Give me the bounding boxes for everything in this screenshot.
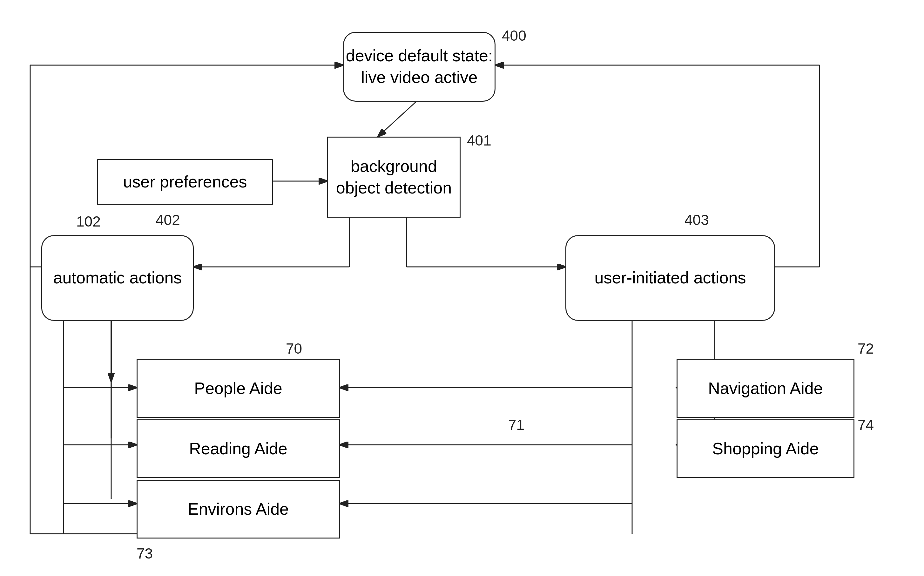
automatic-actions-node: automatic actions <box>41 235 194 321</box>
label-400: 400 <box>502 27 526 44</box>
shopping-aide-node: Shopping Aide <box>676 419 854 478</box>
user-initiated-label: user-initiated actions <box>595 267 746 289</box>
user-preferences-node: user preferences <box>97 159 273 205</box>
shopping-aide-label: Shopping Aide <box>712 438 818 460</box>
label-403: 403 <box>684 211 709 229</box>
user-initiated-node: user-initiated actions <box>565 235 775 321</box>
environs-aide-node: Environs Aide <box>137 480 340 539</box>
label-70: 70 <box>286 340 302 357</box>
automatic-actions-label: automatic actions <box>53 267 182 289</box>
label-401: 401 <box>467 132 491 149</box>
reading-aide-node: Reading Aide <box>137 419 340 478</box>
environs-aide-label: Environs Aide <box>188 499 289 520</box>
label-102: 102 <box>76 213 101 230</box>
device-default-node: device default state: live video active <box>343 32 496 102</box>
people-aide-node: People Aide <box>137 359 340 418</box>
navigation-aide-node: Navigation Aide <box>676 359 854 418</box>
label-73: 73 <box>137 545 153 562</box>
background-detection-label: background object detection <box>336 156 452 198</box>
svg-line-2 <box>378 102 416 137</box>
navigation-aide-label: Navigation Aide <box>708 378 823 399</box>
label-72: 72 <box>858 340 874 357</box>
label-402: 402 <box>156 211 180 229</box>
device-default-label: device default state: live video active <box>346 45 493 88</box>
people-aide-label: People Aide <box>194 378 282 399</box>
label-71: 71 <box>508 416 524 434</box>
reading-aide-label: Reading Aide <box>189 438 287 460</box>
user-preferences-label: user preferences <box>123 171 247 193</box>
diagram-container: device default state: live video active … <box>0 0 924 576</box>
label-74: 74 <box>858 416 874 434</box>
background-detection-node: background object detection <box>327 137 460 218</box>
